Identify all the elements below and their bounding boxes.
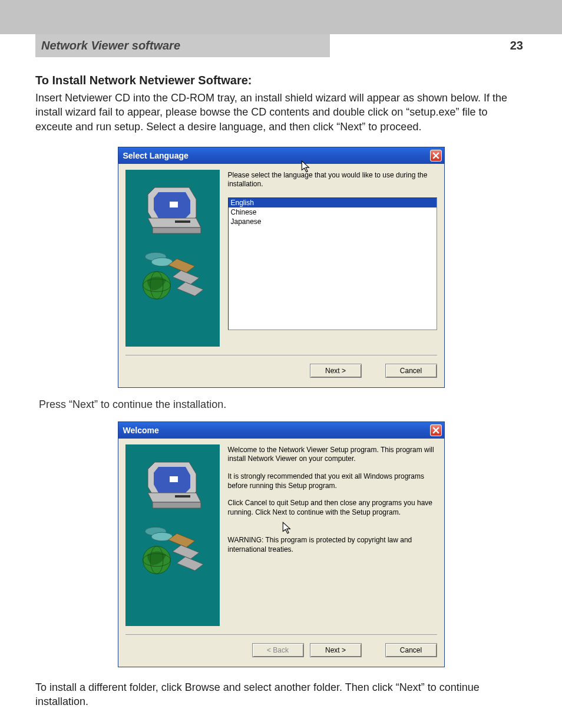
discs-globe-icon <box>137 248 208 303</box>
dialog-title: Select Language <box>123 151 189 160</box>
mid-text: Press “Next” to continue the installatio… <box>39 398 527 411</box>
discs-globe-icon <box>137 523 208 578</box>
cursor-icon <box>282 522 293 536</box>
svg-rect-20 <box>175 495 190 498</box>
page-number: 23 <box>510 39 523 52</box>
cancel-button[interactable]: Cancel <box>385 364 437 378</box>
section-title: Network Viewer software <box>41 39 180 52</box>
svg-marker-3 <box>148 218 201 228</box>
wizard-sidebar <box>125 444 220 626</box>
svg-marker-25 <box>177 556 203 570</box>
language-option-chinese[interactable]: Chinese <box>229 207 437 217</box>
svg-marker-4 <box>153 228 201 233</box>
language-option-japanese[interactable]: Japanese <box>229 217 437 226</box>
content-heading: To Install Network Netviewer Software: <box>35 74 527 87</box>
close-icon[interactable] <box>430 424 442 436</box>
section-header: Network Viewer software 23 <box>35 34 527 57</box>
wizard-sidebar <box>125 170 220 347</box>
titlebar: Select Language <box>118 147 444 164</box>
language-listbox[interactable]: English Chinese Japanese <box>228 197 437 330</box>
computer-icon <box>143 183 202 238</box>
next-button[interactable]: Next > <box>310 364 362 378</box>
svg-marker-10 <box>177 282 203 295</box>
welcome-dialog: Welcome <box>118 421 445 667</box>
language-prompt: Please select the language that you woul… <box>228 171 437 189</box>
svg-marker-19 <box>153 502 201 508</box>
close-icon[interactable] <box>430 150 442 162</box>
computer-icon <box>143 457 202 512</box>
welcome-para2: It is strongly recommended that you exit… <box>228 472 437 490</box>
back-button[interactable]: < Back <box>252 643 304 657</box>
select-language-dialog: Select Language <box>118 147 445 388</box>
welcome-para3: Click Cancel to quit Setup and then clos… <box>228 499 437 517</box>
titlebar: Welcome <box>118 422 444 439</box>
language-option-english[interactable]: English <box>229 198 437 207</box>
next-button[interactable]: Next > <box>310 643 362 657</box>
svg-rect-2 <box>170 202 178 207</box>
cancel-button[interactable]: Cancel <box>385 643 437 657</box>
svg-rect-17 <box>170 476 178 482</box>
outro-text: To install a different folder, click Bro… <box>35 680 527 709</box>
welcome-para1: Welcome to the Network Viewer Setup prog… <box>228 446 437 464</box>
cursor-icon <box>301 160 312 175</box>
intro-text: Insert Netviewer CD into the CD-ROM tray… <box>35 91 527 134</box>
svg-rect-5 <box>175 220 190 223</box>
welcome-para4: WARNING: This program is protected by co… <box>228 536 437 554</box>
dialog-title: Welcome <box>123 426 159 435</box>
svg-marker-18 <box>148 493 201 502</box>
